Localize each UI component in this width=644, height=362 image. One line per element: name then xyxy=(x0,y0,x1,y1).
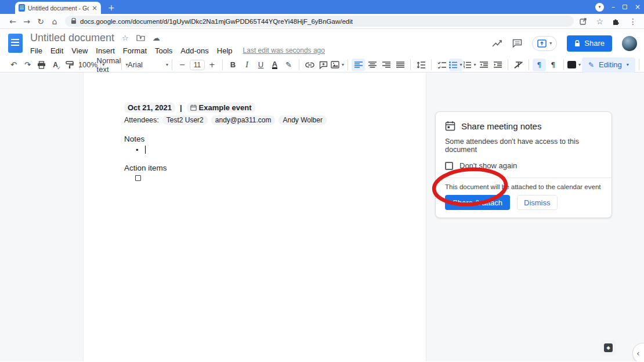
action-items-heading: Action items xyxy=(124,164,403,172)
document-page[interactable]: Oct 21, 2021 | Example event Attendees: … xyxy=(83,73,426,361)
align-justify-icon[interactable] xyxy=(393,59,407,71)
font-select[interactable]: Arial ▾ xyxy=(125,59,168,71)
paint-format-icon[interactable] xyxy=(63,59,76,71)
share-page-icon[interactable] xyxy=(580,17,587,25)
add-comment-icon[interactable] xyxy=(317,59,330,71)
paragraph-style-select[interactable]: Normal text ▾ xyxy=(104,59,118,71)
clear-formatting-icon[interactable] xyxy=(512,59,525,71)
share-and-attach-button[interactable]: Share & attach xyxy=(445,195,510,210)
extensions-puzzle-icon[interactable] xyxy=(612,17,620,26)
menu-view[interactable]: View xyxy=(71,46,88,55)
card-divider xyxy=(436,178,612,178)
divider xyxy=(508,59,508,70)
numbered-list-icon[interactable]: ▾ xyxy=(463,59,476,71)
menu-file[interactable]: File xyxy=(30,46,42,55)
back-button[interactable]: ← xyxy=(6,17,20,26)
spellcheck-icon[interactable]: A ✓ xyxy=(49,59,62,71)
tab-strip-status-icon[interactable]: ▾ xyxy=(595,3,604,12)
align-center-icon[interactable] xyxy=(366,59,379,71)
date-smart-chip[interactable]: Oct 21, 2021 xyxy=(124,103,175,113)
tab-title: Untitled document - Google Docs xyxy=(28,5,89,12)
bookmark-star-icon[interactable]: ☆ xyxy=(596,17,603,26)
explore-button[interactable]: ◆ xyxy=(600,340,616,356)
align-left-icon[interactable] xyxy=(352,59,365,71)
dont-show-again-checkbox[interactable] xyxy=(445,162,453,170)
tab-close-icon[interactable]: × xyxy=(92,4,97,12)
lock-icon xyxy=(574,40,580,47)
divider xyxy=(563,59,564,70)
notes-bullet-line[interactable]: • xyxy=(136,145,403,154)
editing-mode-select[interactable]: ✎ Editing ▾ xyxy=(582,57,635,73)
underline-icon[interactable]: U xyxy=(254,59,267,71)
menu-help[interactable]: Help xyxy=(217,46,233,55)
restore-button[interactable] xyxy=(623,5,627,9)
new-tab-button[interactable]: + xyxy=(108,3,115,12)
attendee-chip[interactable]: Test2 User2 xyxy=(162,115,208,125)
dismiss-button[interactable]: Dismiss xyxy=(517,195,558,210)
menu-tools[interactable]: Tools xyxy=(155,46,172,55)
font-size-input[interactable]: 11 xyxy=(190,60,205,70)
highlight-color-icon[interactable]: ✎ xyxy=(282,59,295,71)
minimize-button[interactable]: – xyxy=(612,3,615,10)
move-to-folder-icon[interactable] xyxy=(136,34,145,41)
menu-insert[interactable]: Insert xyxy=(96,46,115,55)
reload-button[interactable]: ↻ xyxy=(34,17,48,26)
paragraph-direction-icon[interactable]: ¶ xyxy=(547,59,560,71)
print-icon[interactable] xyxy=(35,59,48,71)
account-avatar[interactable] xyxy=(622,36,637,51)
last-edit-link[interactable]: Last edit was seconds ago xyxy=(243,46,325,55)
activity-dashboard-icon[interactable] xyxy=(492,39,502,48)
present-button[interactable]: ▾ xyxy=(532,36,557,51)
decrease-font-size-button[interactable]: − xyxy=(176,59,189,71)
divider xyxy=(121,59,122,70)
close-window-button[interactable]: × xyxy=(635,3,641,10)
cloud-saved-icon[interactable]: ☁ xyxy=(153,34,160,42)
attendee-chip[interactable]: andy@pa311.com xyxy=(211,115,276,125)
divider xyxy=(348,59,348,70)
insert-link-icon[interactable] xyxy=(303,59,316,71)
url-text: docs.google.com/document/d/1gUywlDkc2Na1… xyxy=(80,18,353,25)
address-bar[interactable]: docs.google.com/document/d/1gUywlDkc2Na1… xyxy=(65,16,574,27)
star-document-icon[interactable]: ☆ xyxy=(122,34,129,42)
insert-image-icon[interactable]: ▾ xyxy=(331,59,344,71)
bulleted-list-icon[interactable]: ▾ xyxy=(449,59,462,71)
undo-icon[interactable]: ↶ xyxy=(7,59,20,71)
menu-addons[interactable]: Add-ons xyxy=(180,46,208,55)
attendee-chip[interactable]: Andy Wolber xyxy=(278,115,326,125)
dont-show-again-row[interactable]: Don't show again xyxy=(445,161,602,170)
browser-tab[interactable]: Untitled document - Google Docs × xyxy=(15,2,101,14)
caret-down-icon: ▾ xyxy=(599,5,601,9)
input-tools-keyboard-icon[interactable]: ▾ xyxy=(567,59,581,71)
action-item-checkbox[interactable] xyxy=(135,175,141,181)
document-title[interactable]: Untitled document xyxy=(30,32,114,44)
chip-separator: | xyxy=(180,103,182,112)
text-color-icon[interactable]: A xyxy=(272,60,277,69)
explore-icon: ◆ xyxy=(604,343,613,352)
comment-history-icon[interactable] xyxy=(512,39,522,48)
divider xyxy=(410,59,411,70)
title-block: Untitled document ☆ ☁ File Edit View Ins… xyxy=(30,29,325,57)
menu-format[interactable]: Format xyxy=(123,46,147,55)
redo-icon[interactable]: ↷ xyxy=(21,59,34,71)
checklist-icon[interactable] xyxy=(435,59,448,71)
browser-menu-kebab-icon[interactable]: ⋮ xyxy=(629,17,637,26)
share-meeting-notes-card: Share meeting notes Some attendees don't… xyxy=(435,111,612,218)
bold-icon[interactable]: B xyxy=(226,59,240,71)
home-button[interactable]: ⌂ xyxy=(48,17,61,26)
increase-font-size-button[interactable]: + xyxy=(205,59,219,71)
docs-logo-icon[interactable] xyxy=(8,34,23,53)
menu-edit[interactable]: Edit xyxy=(50,46,63,55)
docs-header: Untitled document ☆ ☁ File Edit View Ins… xyxy=(0,29,644,57)
line-spacing-icon[interactable] xyxy=(414,59,428,71)
divider xyxy=(529,59,529,70)
share-button[interactable]: Share xyxy=(567,35,612,52)
increase-indent-icon[interactable] xyxy=(491,59,504,71)
italic-icon[interactable]: I xyxy=(240,59,254,71)
forward-button[interactable]: → xyxy=(20,17,34,26)
show-paragraph-marks-icon[interactable]: ¶ xyxy=(533,59,546,71)
align-right-icon[interactable] xyxy=(379,59,393,71)
editor-toolbar: ↶ ↷ A ✓ 100% ▾ Normal text ▾ Arial ▾ − 1… xyxy=(0,57,644,73)
event-smart-chip[interactable]: Example event xyxy=(187,103,255,113)
side-panel-collapse-button[interactable]: ‹ xyxy=(632,343,644,361)
decrease-indent-icon[interactable] xyxy=(477,59,490,71)
